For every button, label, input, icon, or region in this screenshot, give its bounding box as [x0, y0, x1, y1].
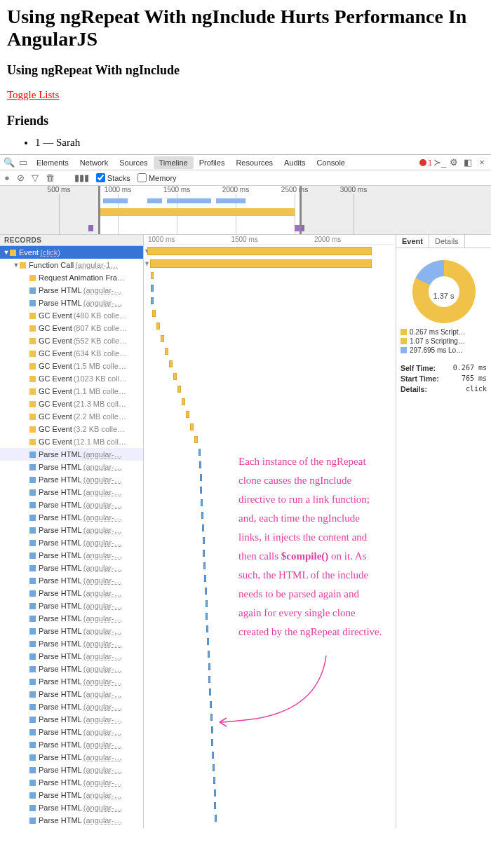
- record-row[interactable]: Parse HTML(angular-…: [0, 688, 143, 700]
- record-row[interactable]: Parse HTML(angular-…: [0, 473, 143, 486]
- record-row[interactable]: GC Event(3.2 KB colle…: [0, 423, 143, 435]
- record-row[interactable]: ▼Function Call(angular-1…: [0, 259, 143, 271]
- record-row[interactable]: Parse HTML(angular-…: [0, 599, 143, 612]
- flame-bar[interactable]: [202, 524, 204, 531]
- flame-bar[interactable]: [203, 537, 205, 544]
- flame-bar[interactable]: [161, 335, 164, 342]
- flame-bar[interactable]: [210, 701, 212, 708]
- clear-icon[interactable]: ⊘: [17, 172, 25, 183]
- record-row[interactable]: Parse HTML(angular-…: [0, 663, 143, 675]
- flame-bar[interactable]: [173, 373, 177, 380]
- flame-bar[interactable]: [204, 575, 206, 582]
- record-row[interactable]: Parse HTML(angular-…: [0, 625, 143, 637]
- dock-icon[interactable]: ◧: [462, 157, 474, 168]
- record-row[interactable]: Parse HTML(angular-…: [0, 297, 143, 309]
- flame-bar[interactable]: [194, 436, 198, 443]
- record-row[interactable]: ▼Event(click): [0, 246, 143, 259]
- flame-bar[interactable]: [207, 638, 209, 645]
- flame-bar[interactable]: [210, 714, 213, 721]
- flame-bar[interactable]: [212, 752, 214, 759]
- device-icon[interactable]: ▭: [17, 157, 29, 168]
- record-row[interactable]: Parse HTML(angular-…: [0, 524, 143, 536]
- record-row[interactable]: Request Animation Fra…: [0, 271, 143, 284]
- flame-bar[interactable]: [201, 512, 203, 519]
- flame-bar[interactable]: [206, 600, 208, 607]
- flame-bar[interactable]: [152, 310, 156, 317]
- record-row[interactable]: Parse HTML(angular-…: [0, 574, 143, 587]
- trash-icon[interactable]: 🗑: [46, 172, 55, 183]
- record-row[interactable]: GC Event(807 KB colle…: [0, 322, 143, 334]
- record-row[interactable]: Parse HTML(angular-…: [0, 789, 143, 801]
- record-row[interactable]: Parse HTML(angular-…: [0, 448, 143, 461]
- flame-bar[interactable]: [211, 739, 213, 746]
- flame-bar[interactable]: [208, 663, 210, 670]
- flame-bar[interactable]: [201, 499, 203, 506]
- record-row[interactable]: Parse HTML(angular-…: [0, 801, 143, 814]
- record-icon[interactable]: ●: [4, 172, 10, 183]
- record-row[interactable]: Parse HTML(angular-…: [0, 675, 143, 688]
- record-row[interactable]: GC Event(634 KB colle…: [0, 347, 143, 360]
- error-badge[interactable]: 1: [419, 158, 432, 167]
- bars-icon[interactable]: ▮▮▮: [74, 172, 89, 183]
- record-row[interactable]: Parse HTML(angular-…: [0, 536, 143, 549]
- memory-checkbox[interactable]: Memory: [137, 173, 177, 182]
- tab-audits[interactable]: Audits: [278, 156, 311, 169]
- search-icon[interactable]: 🔍: [3, 157, 15, 168]
- flame-bar[interactable]: [203, 550, 205, 557]
- record-row[interactable]: GC Event(552 KB colle…: [0, 334, 143, 347]
- flame-bar[interactable]: [208, 676, 210, 683]
- filter-icon[interactable]: ▽: [32, 172, 39, 183]
- record-row[interactable]: Parse HTML(angular-…: [0, 284, 143, 297]
- flame-bar[interactable]: [151, 285, 154, 292]
- record-row[interactable]: GC Event(2.2 MB colle…: [0, 410, 143, 423]
- flame-bar[interactable]: [200, 487, 202, 494]
- flame-bar[interactable]: [203, 562, 206, 569]
- close-icon[interactable]: ×: [476, 157, 488, 168]
- record-row[interactable]: Parse HTML(angular-…: [0, 499, 143, 511]
- timeline-overview[interactable]: 500 ms1000 ms1500 ms2000 ms2500 ms3000 m…: [0, 186, 491, 235]
- record-row[interactable]: Parse HTML(angular-…: [0, 776, 143, 789]
- record-row[interactable]: GC Event(1.5 MB colle…: [0, 360, 143, 372]
- record-row[interactable]: Parse HTML(angular-…: [0, 637, 143, 650]
- flame-bar[interactable]: [215, 815, 217, 822]
- tab-event[interactable]: Event: [396, 235, 429, 247]
- tab-sources[interactable]: Sources: [114, 156, 153, 169]
- flame-bar[interactable]: [205, 588, 207, 595]
- record-row[interactable]: Parse HTML(angular-…: [0, 587, 143, 599]
- flame-bar[interactable]: [208, 651, 210, 658]
- flame-bar[interactable]: [214, 789, 216, 796]
- record-row[interactable]: Parse HTML(angular-…: [0, 612, 143, 625]
- tab-details[interactable]: Details: [429, 235, 465, 247]
- flame-bar[interactable]: [209, 689, 211, 696]
- record-row[interactable]: Parse HTML(angular-…: [0, 700, 143, 713]
- flame-bar[interactable]: [169, 360, 173, 367]
- flame-bar[interactable]: [151, 272, 154, 279]
- record-row[interactable]: GC Event(21.3 MB coll…: [0, 398, 143, 410]
- flame-bar[interactable]: [151, 297, 154, 304]
- record-row[interactable]: GC Event(1.1 MB colle…: [0, 385, 143, 398]
- stacks-checkbox[interactable]: Stacks: [96, 173, 130, 182]
- flame-bar[interactable]: [206, 625, 208, 632]
- record-row[interactable]: Parse HTML(angular-…: [0, 511, 143, 524]
- flame-bar[interactable]: [213, 764, 215, 771]
- tab-elements[interactable]: Elements: [31, 156, 74, 169]
- flame-bar[interactable]: [186, 411, 189, 418]
- record-row[interactable]: Parse HTML(angular-…: [0, 562, 143, 574]
- record-row[interactable]: Parse HTML(angular-…: [0, 764, 143, 776]
- flame-bar[interactable]: [211, 726, 213, 733]
- record-row[interactable]: Parse HTML(angular-…: [0, 738, 143, 751]
- flame-bar[interactable]: [200, 474, 202, 481]
- flame-bar[interactable]: [182, 398, 185, 405]
- record-row[interactable]: GC Event(1023 KB coll…: [0, 372, 143, 385]
- flame-bar[interactable]: [190, 423, 194, 430]
- tab-network[interactable]: Network: [74, 156, 114, 169]
- drawer-icon[interactable]: ≻_: [433, 157, 446, 168]
- record-row[interactable]: GC Event(480 KB colle…: [0, 309, 143, 322]
- record-row[interactable]: Parse HTML(angular-…: [0, 751, 143, 764]
- tab-profiles[interactable]: Profiles: [194, 156, 231, 169]
- tab-console[interactable]: Console: [311, 156, 351, 169]
- flame-bar[interactable]: [156, 323, 160, 330]
- tab-timeline[interactable]: Timeline: [154, 156, 194, 169]
- record-row[interactable]: Parse HTML(angular-…: [0, 461, 143, 473]
- flame-chart[interactable]: 1000 ms1500 ms2000 ms ▼ ▼ Each instance …: [144, 235, 396, 828]
